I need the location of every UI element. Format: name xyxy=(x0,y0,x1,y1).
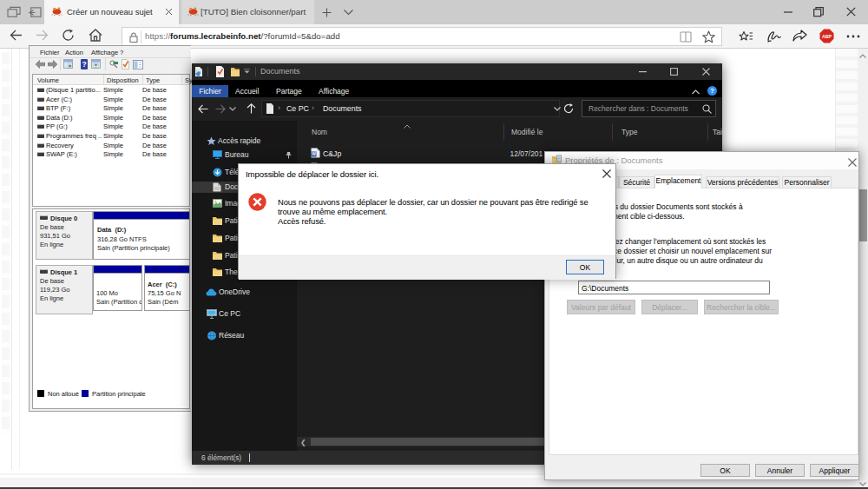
svg-text:ABP: ABP xyxy=(822,34,832,39)
svg-text:W: W xyxy=(312,151,316,156)
